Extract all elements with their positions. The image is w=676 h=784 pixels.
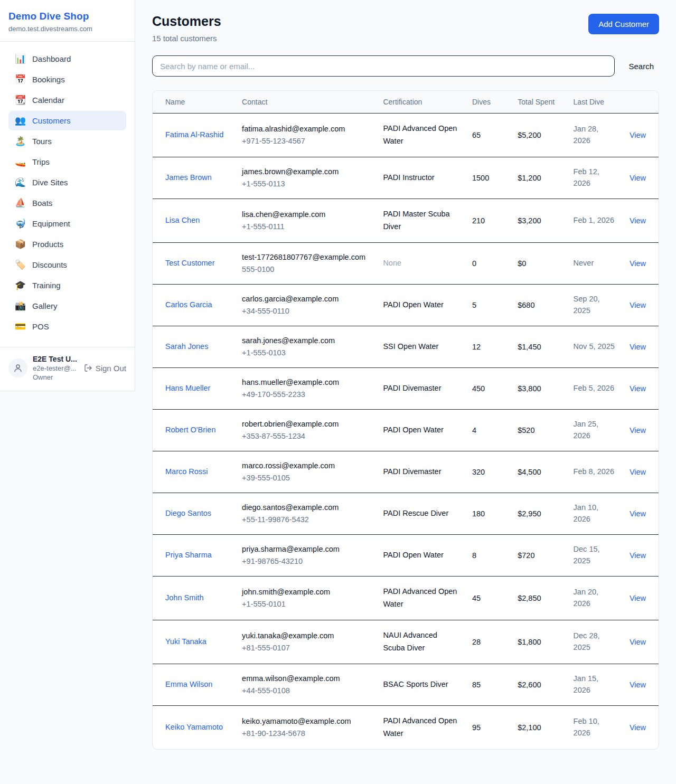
customer-name-link[interactable]: Emma Wilson [165,680,212,688]
customer-last-dive: Feb 12, 2026 [574,167,599,187]
customer-certification: PADI Open Water [383,549,459,562]
customer-last-dive: Nov 5, 2025 [574,342,615,351]
bookings-icon: 📅 [15,75,25,84]
customer-certification: BSAC Sports Diver [383,678,459,691]
customers-table-card: Name Contact Certification Dives Total S… [152,90,659,750]
sidebar-item-tours[interactable]: 🏝️ Tours [8,131,126,151]
view-customer-link[interactable]: View [630,681,646,689]
customer-name-link[interactable]: Robert O'Brien [165,426,215,434]
shop-header: Demo Dive Shop demo.test.divestreams.com [0,0,135,42]
sidebar-item-customers[interactable]: 👥 Customers [8,111,126,130]
trips-icon: 🚤 [15,157,25,166]
user-section: E2E Test U... e2e-tester@... Owner Sign … [0,347,135,391]
table-row: Hans Mueller hans.mueller@example.com +4… [153,367,659,409]
customer-dives: 12 [472,343,481,351]
add-customer-button[interactable]: Add Customer [588,14,659,34]
sidebar-item-training[interactable]: 🎓 Training [8,276,126,295]
view-customer-link[interactable]: View [630,131,646,139]
sidebar-item-bookings[interactable]: 📅 Bookings [8,70,126,89]
customer-dives: 65 [472,131,481,139]
customer-phone: +39-555-0105 [242,473,370,484]
view-customer-link[interactable]: View [630,723,646,732]
customer-certification: NAUI Advanced Scuba Diver [383,629,459,655]
customer-dives: 320 [472,468,485,476]
customer-dives: 1500 [472,174,489,182]
avatar [8,358,27,377]
customer-name-link[interactable]: Hans Mueller [165,384,210,392]
view-customer-link[interactable]: View [630,638,646,646]
sign-out-label: Sign Out [96,364,126,373]
sidebar-item-label: Boats [32,199,52,207]
table-header-row: Name Contact Certification Dives Total S… [153,91,659,114]
customer-name-link[interactable]: Yuki Tanaka [165,637,206,646]
customer-certification: PADI Divemaster [383,466,459,478]
view-customer-link[interactable]: View [630,551,646,560]
view-customer-link[interactable]: View [630,509,646,518]
customer-email: robert.obrien@example.com [242,419,370,430]
table-row: John Smith john.smith@example.com +1-555… [153,576,659,620]
customer-name-link[interactable]: James Brown [165,173,212,182]
customer-name-link[interactable]: Test Customer [165,259,214,267]
customer-total-spent: $1,200 [518,174,541,182]
sidebar-item-label: Calendar [32,96,64,105]
sidebar-item-equipment[interactable]: 🤿 Equipment [8,214,126,233]
customer-phone: +55-11-99876-5432 [242,514,370,525]
customer-total-spent: $1,450 [518,343,541,351]
sidebar-item-gallery[interactable]: 📸 Gallery [8,296,126,316]
sidebar-item-products[interactable]: 📦 Products [8,234,126,254]
customer-name-link[interactable]: Priya Sharma [165,551,212,559]
view-customer-link[interactable]: View [630,216,646,225]
view-customer-link[interactable]: View [630,301,646,309]
customer-email: james.brown@example.com [242,166,370,177]
sidebar-item-label: Bookings [32,75,65,84]
customer-phone: 555-0100 [242,264,370,275]
sidebar-item-dive-sites[interactable]: 🌊 Dive Sites [8,173,126,192]
sign-out-button[interactable]: Sign Out [84,364,126,373]
sidebar-item-label: Customers [32,116,71,125]
customer-name-link[interactable]: Sarah Jones [165,342,208,351]
customer-phone: +49-170-555-2233 [242,389,370,400]
search-bar: Search [152,55,659,77]
sidebar-item-trips[interactable]: 🚤 Trips [8,152,126,172]
view-customer-link[interactable]: View [630,426,646,434]
customer-phone: +81-90-1234-5678 [242,728,370,739]
search-input[interactable] [152,55,615,77]
view-customer-link[interactable]: View [630,594,646,602]
table-row: Robert O'Brien robert.obrien@example.com… [153,409,659,451]
view-customer-link[interactable]: View [630,259,646,268]
customer-name-link[interactable]: Lisa Chen [165,216,200,224]
customer-phone: +91-98765-43210 [242,556,370,567]
view-customer-link[interactable]: View [630,468,646,476]
customer-name-link[interactable]: Keiko Yamamoto [165,723,223,731]
shop-name[interactable]: Demo Dive Shop [8,11,126,22]
customer-dives: 0 [472,259,476,268]
sidebar-item-calendar[interactable]: 📆 Calendar [8,90,126,110]
view-customer-link[interactable]: View [630,343,646,351]
customer-total-spent: $4,500 [518,468,541,476]
sidebar-item-discounts[interactable]: 🏷️ Discounts [8,255,126,275]
table-row: Yuki Tanaka yuki.tanaka@example.com +81-… [153,620,659,664]
search-button[interactable]: Search [615,62,659,71]
sidebar-item-boats[interactable]: ⛵ Boats [8,193,126,213]
table-row: Sarah Jones sarah.jones@example.com +1-5… [153,326,659,367]
customer-name-link[interactable]: Fatima Al-Rashid [165,130,223,139]
customer-email: john.smith@example.com [242,587,370,598]
sign-out-icon [84,364,92,372]
table-row: Keiko Yamamoto keiko.yamamoto@example.co… [153,705,659,749]
sidebar-item-pos[interactable]: 💳 POS [8,317,126,336]
user-info: E2E Test U... e2e-tester@... Owner [33,355,79,381]
table-row: Fatima Al-Rashid fatima.alrashid@example… [153,114,659,157]
customer-name-link[interactable]: Diego Santos [165,509,211,517]
customer-total-spent: $2,600 [518,681,541,689]
customer-email: emma.wilson@example.com [242,673,370,684]
customer-total-spent: $2,100 [518,723,541,732]
customer-name-link[interactable]: Marco Rossi [165,467,208,476]
view-customer-link[interactable]: View [630,384,646,393]
customer-name-link[interactable]: Carlos Garcia [165,300,212,309]
customer-name-link[interactable]: John Smith [165,593,204,602]
calendar-icon: 📆 [15,96,25,105]
customer-last-dive: Jan 25, 2026 [574,420,599,440]
sidebar-item-dashboard[interactable]: 📊 Dashboard [8,49,126,69]
view-customer-link[interactable]: View [630,174,646,182]
customer-email: diego.santos@example.com [242,502,370,513]
